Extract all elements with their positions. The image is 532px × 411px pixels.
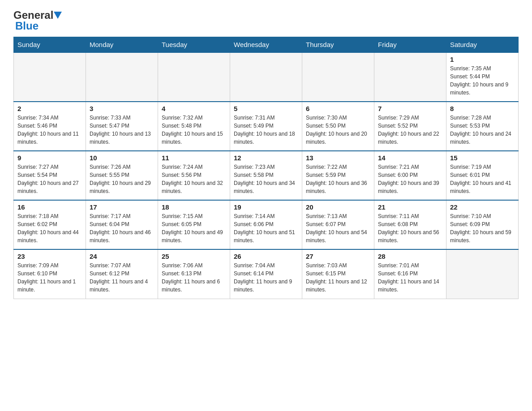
day-number: 17 bbox=[90, 203, 154, 211]
calendar-cell: 21Sunrise: 7:11 AM Sunset: 6:08 PM Dayli… bbox=[374, 200, 446, 249]
page-header: General Blue bbox=[13, 9, 519, 32]
calendar-cell: 3Sunrise: 7:33 AM Sunset: 5:47 PM Daylig… bbox=[86, 102, 158, 151]
calendar-week-row: 2Sunrise: 7:34 AM Sunset: 5:46 PM Daylig… bbox=[14, 102, 519, 151]
day-number: 26 bbox=[234, 253, 298, 260]
weekday-header-row: SundayMondayTuesdayWednesdayThursdayFrid… bbox=[14, 37, 519, 53]
calendar-cell: 15Sunrise: 7:19 AM Sunset: 6:01 PM Dayli… bbox=[446, 151, 519, 200]
day-info: Sunrise: 7:28 AM Sunset: 5:53 PM Dayligh… bbox=[450, 114, 515, 146]
weekday-header-monday: Monday bbox=[86, 37, 158, 53]
day-number: 11 bbox=[162, 154, 226, 162]
calendar-cell: 16Sunrise: 7:18 AM Sunset: 6:02 PM Dayli… bbox=[14, 200, 86, 249]
day-info: Sunrise: 7:17 AM Sunset: 6:04 PM Dayligh… bbox=[90, 212, 154, 244]
calendar-cell: 9Sunrise: 7:27 AM Sunset: 5:54 PM Daylig… bbox=[14, 151, 86, 200]
day-number: 4 bbox=[162, 105, 226, 112]
day-number: 13 bbox=[306, 154, 370, 162]
calendar-cell: 25Sunrise: 7:06 AM Sunset: 6:13 PM Dayli… bbox=[158, 249, 230, 299]
calendar-table: SundayMondayTuesdayWednesdayThursdayFrid… bbox=[13, 37, 519, 299]
calendar-cell: 22Sunrise: 7:10 AM Sunset: 6:09 PM Dayli… bbox=[446, 200, 519, 249]
calendar-cell: 23Sunrise: 7:09 AM Sunset: 6:10 PM Dayli… bbox=[14, 249, 86, 299]
day-info: Sunrise: 7:11 AM Sunset: 6:08 PM Dayligh… bbox=[378, 212, 442, 244]
calendar-cell: 8Sunrise: 7:28 AM Sunset: 5:53 PM Daylig… bbox=[446, 102, 519, 151]
calendar-cell: 27Sunrise: 7:03 AM Sunset: 6:15 PM Dayli… bbox=[302, 249, 374, 299]
day-info: Sunrise: 7:24 AM Sunset: 5:56 PM Dayligh… bbox=[162, 163, 226, 195]
calendar-cell: 5Sunrise: 7:31 AM Sunset: 5:49 PM Daylig… bbox=[230, 102, 302, 151]
day-info: Sunrise: 7:09 AM Sunset: 6:10 PM Dayligh… bbox=[17, 261, 82, 294]
day-number: 8 bbox=[450, 105, 515, 112]
calendar-cell: 19Sunrise: 7:14 AM Sunset: 6:06 PM Dayli… bbox=[230, 200, 302, 249]
calendar-cell: 10Sunrise: 7:26 AM Sunset: 5:55 PM Dayli… bbox=[86, 151, 158, 200]
day-info: Sunrise: 7:18 AM Sunset: 6:02 PM Dayligh… bbox=[17, 212, 82, 244]
day-number: 18 bbox=[162, 203, 226, 211]
day-info: Sunrise: 7:13 AM Sunset: 6:07 PM Dayligh… bbox=[306, 212, 370, 244]
day-number: 10 bbox=[90, 154, 154, 162]
day-info: Sunrise: 7:15 AM Sunset: 6:05 PM Dayligh… bbox=[162, 212, 226, 244]
day-number: 21 bbox=[378, 203, 442, 211]
weekday-header-wednesday: Wednesday bbox=[230, 37, 302, 53]
day-number: 15 bbox=[450, 154, 515, 162]
day-info: Sunrise: 7:26 AM Sunset: 5:55 PM Dayligh… bbox=[90, 163, 154, 195]
calendar-week-row: 23Sunrise: 7:09 AM Sunset: 6:10 PM Dayli… bbox=[14, 249, 519, 299]
calendar-cell bbox=[230, 52, 302, 102]
day-info: Sunrise: 7:22 AM Sunset: 5:59 PM Dayligh… bbox=[306, 163, 370, 195]
calendar-cell: 11Sunrise: 7:24 AM Sunset: 5:56 PM Dayli… bbox=[158, 151, 230, 200]
calendar-cell bbox=[158, 52, 230, 102]
day-number: 22 bbox=[450, 203, 515, 211]
day-info: Sunrise: 7:01 AM Sunset: 6:16 PM Dayligh… bbox=[378, 261, 442, 294]
day-number: 5 bbox=[234, 105, 298, 112]
day-info: Sunrise: 7:27 AM Sunset: 5:54 PM Dayligh… bbox=[17, 163, 82, 195]
logo: General Blue bbox=[13, 9, 62, 32]
day-info: Sunrise: 7:23 AM Sunset: 5:58 PM Dayligh… bbox=[234, 163, 298, 195]
day-number: 20 bbox=[306, 203, 370, 211]
calendar-cell: 1Sunrise: 7:35 AM Sunset: 5:44 PM Daylig… bbox=[446, 52, 519, 102]
day-info: Sunrise: 7:31 AM Sunset: 5:49 PM Dayligh… bbox=[234, 114, 298, 146]
logo-triangle-icon bbox=[54, 12, 62, 19]
day-number: 24 bbox=[90, 253, 154, 260]
day-info: Sunrise: 7:32 AM Sunset: 5:48 PM Dayligh… bbox=[162, 114, 226, 146]
calendar-cell: 18Sunrise: 7:15 AM Sunset: 6:05 PM Dayli… bbox=[158, 200, 230, 249]
day-number: 1 bbox=[450, 56, 515, 63]
day-number: 7 bbox=[378, 105, 442, 112]
calendar-cell: 13Sunrise: 7:22 AM Sunset: 5:59 PM Dayli… bbox=[302, 151, 374, 200]
day-number: 19 bbox=[234, 203, 298, 211]
day-info: Sunrise: 7:07 AM Sunset: 6:12 PM Dayligh… bbox=[90, 261, 154, 294]
day-number: 3 bbox=[90, 105, 154, 112]
day-info: Sunrise: 7:06 AM Sunset: 6:13 PM Dayligh… bbox=[162, 261, 226, 294]
calendar-cell: 7Sunrise: 7:29 AM Sunset: 5:52 PM Daylig… bbox=[374, 102, 446, 151]
day-info: Sunrise: 7:29 AM Sunset: 5:52 PM Dayligh… bbox=[378, 114, 442, 146]
calendar-cell: 26Sunrise: 7:04 AM Sunset: 6:14 PM Dayli… bbox=[230, 249, 302, 299]
calendar-week-row: 9Sunrise: 7:27 AM Sunset: 5:54 PM Daylig… bbox=[14, 151, 519, 200]
day-number: 6 bbox=[306, 105, 370, 112]
day-info: Sunrise: 7:34 AM Sunset: 5:46 PM Dayligh… bbox=[17, 114, 82, 146]
calendar-cell bbox=[446, 249, 519, 299]
calendar-week-row: 1Sunrise: 7:35 AM Sunset: 5:44 PM Daylig… bbox=[14, 52, 519, 102]
calendar-cell: 6Sunrise: 7:30 AM Sunset: 5:50 PM Daylig… bbox=[302, 102, 374, 151]
weekday-header-saturday: Saturday bbox=[446, 37, 519, 53]
day-number: 12 bbox=[234, 154, 298, 162]
calendar-cell: 24Sunrise: 7:07 AM Sunset: 6:12 PM Dayli… bbox=[86, 249, 158, 299]
day-number: 14 bbox=[378, 154, 442, 162]
calendar-cell bbox=[374, 52, 446, 102]
day-info: Sunrise: 7:33 AM Sunset: 5:47 PM Dayligh… bbox=[90, 114, 154, 146]
day-info: Sunrise: 7:21 AM Sunset: 6:00 PM Dayligh… bbox=[378, 163, 442, 195]
calendar-cell bbox=[302, 52, 374, 102]
day-info: Sunrise: 7:14 AM Sunset: 6:06 PM Dayligh… bbox=[234, 212, 298, 244]
day-info: Sunrise: 7:03 AM Sunset: 6:15 PM Dayligh… bbox=[306, 261, 370, 294]
day-info: Sunrise: 7:19 AM Sunset: 6:01 PM Dayligh… bbox=[450, 163, 515, 195]
day-info: Sunrise: 7:35 AM Sunset: 5:44 PM Dayligh… bbox=[450, 64, 515, 97]
calendar-cell bbox=[86, 52, 158, 102]
weekday-header-friday: Friday bbox=[374, 37, 446, 53]
day-info: Sunrise: 7:04 AM Sunset: 6:14 PM Dayligh… bbox=[234, 261, 298, 294]
weekday-header-thursday: Thursday bbox=[302, 37, 374, 53]
calendar-cell: 17Sunrise: 7:17 AM Sunset: 6:04 PM Dayli… bbox=[86, 200, 158, 249]
day-number: 25 bbox=[162, 253, 226, 260]
day-info: Sunrise: 7:30 AM Sunset: 5:50 PM Dayligh… bbox=[306, 114, 370, 146]
logo-blue-line: Blue bbox=[15, 20, 39, 32]
calendar-cell: 28Sunrise: 7:01 AM Sunset: 6:16 PM Dayli… bbox=[374, 249, 446, 299]
weekday-header-tuesday: Tuesday bbox=[158, 37, 230, 53]
day-number: 16 bbox=[17, 203, 82, 211]
day-number: 27 bbox=[306, 253, 370, 260]
weekday-header-sunday: Sunday bbox=[14, 37, 86, 53]
day-number: 2 bbox=[17, 105, 82, 112]
calendar-cell: 14Sunrise: 7:21 AM Sunset: 6:00 PM Dayli… bbox=[374, 151, 446, 200]
day-number: 9 bbox=[17, 154, 82, 162]
